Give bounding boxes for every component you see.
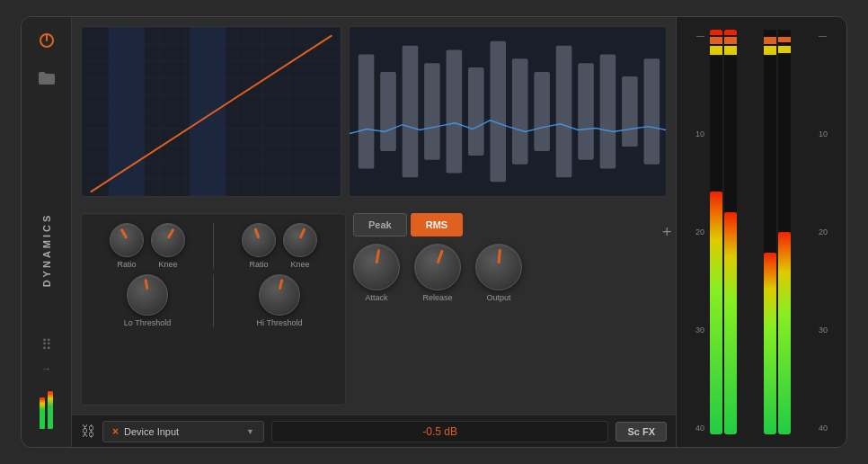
ch2-yellow-l: [764, 46, 776, 55]
svg-rect-5: [359, 54, 375, 168]
output-label: Output: [486, 293, 510, 302]
meter-bars: [708, 24, 815, 440]
ch2-yellow-r: [778, 46, 791, 53]
section-divider: [213, 223, 214, 269]
lo-ratio-knob[interactable]: [110, 223, 144, 257]
scale-20: 20: [695, 228, 704, 236]
lo-ratio-label: Ratio: [117, 260, 136, 269]
hi-threshold-knob[interactable]: [259, 274, 300, 316]
svg-rect-8: [424, 63, 440, 160]
svg-rect-4: [350, 28, 666, 195]
power-icon[interactable]: [34, 28, 59, 53]
db-display: -0.5 dB: [271, 421, 608, 442]
scale-40: 40: [695, 424, 704, 433]
ch1-orange-l: [710, 37, 722, 44]
scale-minus: —: [696, 31, 704, 40]
mini-meter-1: [40, 397, 45, 429]
rms-button[interactable]: RMS: [411, 213, 463, 236]
hi-knee-knob[interactable]: [283, 223, 317, 257]
plus-left-button[interactable]: +: [659, 219, 676, 245]
svg-rect-9: [447, 50, 463, 174]
plus-right-button[interactable]: +: [846, 219, 847, 245]
hi-knee-label: Knee: [290, 260, 309, 269]
graph-svg: [82, 27, 341, 196]
scale-r-40: 40: [819, 424, 828, 433]
main-area: Ratio Knee: [72, 17, 676, 447]
waveform-panel: [349, 26, 667, 197]
hi-ratio-label: Ratio: [249, 260, 268, 269]
device-name: Device Input: [124, 426, 179, 437]
svg-rect-7: [403, 46, 419, 178]
ch2-bar-r: [778, 30, 791, 434]
attack-release-row: Attack Release Output: [353, 244, 667, 302]
top-row: [81, 26, 667, 206]
svg-rect-11: [490, 41, 506, 182]
ch1-bar-l: [710, 30, 722, 434]
mini-meters: [36, 384, 57, 429]
arrow-icon[interactable]: →: [41, 362, 52, 375]
lo-threshold-label: Lo Threshold: [124, 318, 171, 327]
meter-scale-right: — 10 20 30 40: [815, 24, 846, 440]
svg-rect-15: [578, 63, 594, 160]
ch1-orange-r: [724, 37, 737, 44]
ch1-green-r: [724, 212, 737, 435]
scale-r-30: 30: [819, 326, 828, 335]
plugin-title: DYNAMICS: [41, 213, 52, 288]
lo-knobs: Ratio Knee: [89, 223, 206, 269]
hi-threshold-label: Hi Threshold: [257, 318, 303, 327]
hi-ratio-group: Ratio: [242, 223, 276, 269]
ch2-green-r: [778, 232, 791, 434]
ch2-green-l: [764, 253, 776, 435]
sc-fx-button[interactable]: Sc FX: [616, 422, 667, 442]
bottom-bar: ⛓ × Device Input ▼ -0.5 dB Sc FX: [72, 415, 676, 447]
scale-r-10: 10: [819, 129, 828, 138]
sidebar-bottom: ⠿ →: [36, 336, 57, 436]
lo-knee-knob[interactable]: [151, 223, 185, 257]
svg-rect-2: [83, 27, 341, 196]
ch1-red-r: [724, 30, 737, 35]
scale-10: 10: [695, 129, 704, 138]
svg-rect-13: [534, 72, 550, 151]
ch2-orange-r: [778, 37, 791, 42]
hi-ratio-knob[interactable]: [242, 223, 276, 257]
content-area: Ratio Knee: [72, 17, 676, 415]
attack-label: Attack: [365, 293, 387, 302]
scale-30: 30: [695, 326, 704, 335]
lo-ratio-group: Ratio: [110, 223, 144, 269]
scale-r-minus: —: [819, 31, 827, 40]
attack-knob[interactable]: [353, 244, 400, 290]
lo-threshold-knob[interactable]: [127, 274, 168, 316]
hi-knobs: Ratio Knee: [221, 223, 338, 269]
peak-button[interactable]: Peak: [353, 213, 407, 236]
ch2-orange-l: [764, 37, 776, 44]
release-group: Release: [414, 244, 461, 302]
dots-icon[interactable]: ⠿: [41, 336, 52, 353]
ch1-red-l: [710, 30, 722, 35]
lo-knee-label: Knee: [158, 260, 177, 269]
release-knob[interactable]: [414, 244, 461, 290]
chain-icon[interactable]: ⛓: [81, 424, 95, 440]
mini-meter-2: [48, 391, 53, 429]
output-group: Output: [475, 244, 522, 302]
output-knob[interactable]: [475, 244, 522, 290]
scale-r-20: 20: [819, 228, 828, 236]
svg-rect-18: [644, 58, 660, 164]
channel-2: [764, 30, 814, 434]
dropdown-icon: ▼: [246, 427, 254, 436]
bottom-row: Ratio Knee: [81, 213, 667, 406]
hi-knee-group: Knee: [283, 223, 317, 269]
folder-icon[interactable]: [34, 66, 59, 91]
svg-rect-17: [622, 76, 638, 147]
device-input-select[interactable]: × Device Input ▼: [102, 421, 264, 442]
lo-hi-section: Ratio Knee: [81, 213, 346, 406]
sidebar: DYNAMICS ⠿ →: [22, 17, 72, 447]
knob-top-row: Ratio Knee: [89, 223, 338, 269]
svg-rect-16: [600, 54, 616, 168]
ch1-yellow-r: [724, 46, 737, 55]
meter-scale-left: — 10 20 30 40: [677, 24, 708, 440]
release-label: Release: [422, 293, 452, 302]
attack-group: Attack: [353, 244, 400, 302]
threshold-row: Lo Threshold Hi Threshold: [89, 274, 338, 327]
channel-1: [710, 30, 760, 434]
graph-panel: [81, 26, 341, 197]
